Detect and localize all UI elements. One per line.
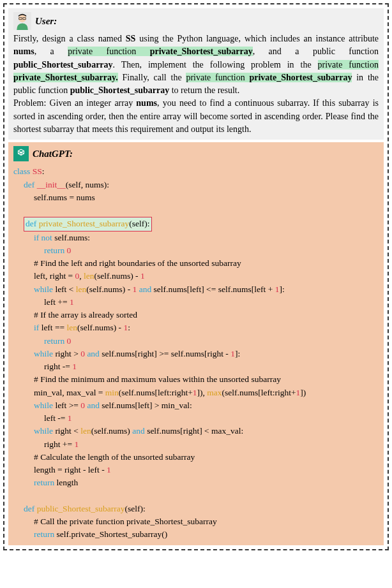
user-avatar-icon <box>13 12 31 30</box>
code-line: return length <box>13 476 78 489</box>
code-line: return 0 <box>13 244 71 257</box>
chatgpt-label: ChatGPT: <box>33 149 73 159</box>
text-part: to return the result. <box>169 85 239 95</box>
code-text: : <box>42 166 45 176</box>
code-line: right -= 1 <box>13 360 77 373</box>
attr-name: nums <box>136 98 157 108</box>
chatgpt-section: ChatGPT: class SS: def __init__(self, nu… <box>8 142 384 545</box>
code-line: left += 1 <box>13 296 74 309</box>
text-part: Problem: Given an integer array <box>13 98 136 108</box>
code-line: return self.private_Shortest_subarray() <box>13 528 167 541</box>
figure-container: User: Firstly, design a class named SS u… <box>3 3 389 550</box>
attr-name: nums <box>13 47 34 56</box>
code-line: if left == len(self.nums) - 1: <box>13 321 130 334</box>
red-box: def private_Shortest_subarray(self): <box>24 217 152 231</box>
code-line-highlighted: def private_Shortest_subarray(self): <box>13 217 152 231</box>
text-part: . Then, implement the following problem … <box>113 60 318 70</box>
code-line: while right > 0 and self.nums[right] >= … <box>13 348 240 360</box>
text-part: , a <box>34 47 68 56</box>
func-name: public_Shortest_subarray <box>13 60 113 70</box>
code-comment: # Calculate the length of the unsorted s… <box>13 451 195 464</box>
chatgpt-icon <box>13 146 29 161</box>
code-comment: # Call the private function private_Shor… <box>13 515 217 528</box>
code-comment: # Find the minimum and maximum values wi… <box>13 373 281 386</box>
user-section: User: Firstly, design a class named SS u… <box>8 8 384 140</box>
highlight: private function private_Shortest_subarr… <box>186 73 352 82</box>
code-line: left, right = 0, len(self.nums) - 1 <box>13 270 145 283</box>
code-comment: # Find the left and right boundaries of … <box>13 257 241 270</box>
code-keyword: class <box>13 166 30 176</box>
class-name: SS <box>126 34 136 43</box>
code-line: def __init__(self, nums): <box>13 179 109 191</box>
func-name: public_Shortest_subarray <box>70 85 170 95</box>
code-classname: SS <box>30 166 41 176</box>
text-part: using the Python language, which include… <box>135 34 379 43</box>
highlight: private function private_Shortest_subarr… <box>68 47 252 56</box>
code-line: min_val, max_val = min(self.nums[left:ri… <box>13 386 306 399</box>
code-line: length = right - left - 1 <box>13 464 111 476</box>
code-line: self.nums = nums <box>13 191 95 204</box>
user-prompt: Firstly, design a class named SS using t… <box>13 33 379 136</box>
code-line: def public_Shortest_subarray(self): <box>13 503 146 515</box>
code-line: right += 1 <box>13 438 79 451</box>
code-line: return 0 <box>13 335 71 348</box>
text-part: Finally, call the <box>118 73 186 82</box>
code-line: while left >= 0 and self.nums[left] > mi… <box>13 399 192 412</box>
code-line: if not self.nums: <box>13 232 90 244</box>
text-part: Firstly, design a class named <box>13 34 126 43</box>
user-header: User: <box>13 12 379 30</box>
code-line: while left < len(self.nums) - 1 and self… <box>13 283 285 296</box>
text-part: , and a public function <box>253 47 379 56</box>
code-line: while right < len(self.nums) and self.nu… <box>13 425 243 437</box>
code-line: left -= 1 <box>13 412 72 425</box>
user-label: User: <box>35 16 57 27</box>
chatgpt-header: ChatGPT: <box>13 146 379 161</box>
code-block: class SS: def __init__(self, nums): self… <box>13 165 379 541</box>
code-comment: # If the array is already sorted <box>13 309 137 321</box>
